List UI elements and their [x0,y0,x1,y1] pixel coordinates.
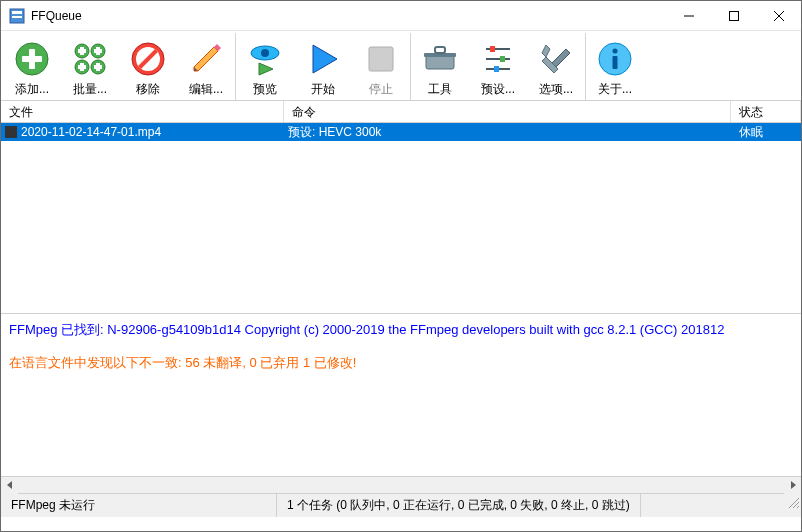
remove-icon [130,41,166,77]
header-file[interactable]: 文件 [1,101,284,122]
preview-icon [247,41,283,77]
tools-button[interactable]: 工具 [411,33,469,100]
remove-button[interactable]: 移除 [119,33,177,100]
window-controls [666,1,801,30]
edit-icon [188,41,224,77]
log-line-ffmpeg: FFMpeg 已找到: N-92906-g54109b1d14 Copyrigh… [9,320,793,341]
svg-rect-44 [613,56,618,69]
svg-rect-39 [500,56,505,62]
app-icon [9,8,25,24]
svg-marker-46 [791,481,796,489]
options-label: 选项... [539,81,573,98]
svg-line-49 [797,506,799,508]
list-item[interactable]: 2020-11-02-14-47-01.mp4 预设: HEVC 300k 休眠 [1,123,801,141]
video-file-icon [5,126,17,138]
svg-rect-2 [12,16,22,18]
batch-button[interactable]: 批量... [61,33,119,100]
svg-rect-21 [94,65,102,69]
log-pane: FFMpeg 已找到: N-92906-g54109b1d14 Copyrigh… [1,313,801,476]
file-name: 2020-11-02-14-47-01.mp4 [21,125,161,139]
toolbar: 添加... 批量... 移除 编辑... 预览 开始 [1,31,801,101]
window-title: FFQueue [31,9,666,23]
scroll-track[interactable] [18,477,784,493]
start-button[interactable]: 开始 [294,33,352,100]
file-status: 休眠 [731,124,801,141]
svg-rect-33 [426,55,454,69]
about-icon [597,41,633,77]
maximize-button[interactable] [711,1,756,30]
column-headers: 文件 命令 状态 [1,101,801,123]
remove-label: 移除 [136,81,160,98]
svg-marker-25 [194,47,218,71]
svg-rect-35 [435,47,445,53]
tools-label: 工具 [428,81,452,98]
presets-button[interactable]: 预设... [469,33,527,100]
svg-rect-1 [12,11,22,14]
stop-label: 停止 [369,81,393,98]
svg-point-29 [261,49,269,57]
svg-rect-15 [94,49,102,53]
svg-rect-18 [78,65,86,69]
status-tasks: 1 个任务 (0 队列中, 0 正在运行, 0 已完成, 0 失败, 0 终止,… [277,494,641,517]
status-bar: FFMpeg 未运行 1 个任务 (0 队列中, 0 正在运行, 0 已完成, … [1,493,801,517]
resize-grip[interactable] [785,494,801,517]
edit-label: 编辑... [189,81,223,98]
stop-button[interactable]: 停止 [352,33,410,100]
svg-point-43 [613,49,618,54]
minimize-button[interactable] [666,1,711,30]
svg-rect-32 [369,47,393,71]
file-list[interactable]: 2020-11-02-14-47-01.mp4 预设: HEVC 300k 休眠 [1,123,801,313]
title-bar: FFQueue [1,1,801,31]
svg-marker-45 [7,481,12,489]
edit-button[interactable]: 编辑... [177,33,235,100]
start-label: 开始 [311,81,335,98]
file-command: 预设: HEVC 300k [284,124,731,141]
add-button[interactable]: 添加... [3,33,61,100]
batch-icon [72,41,108,77]
svg-rect-9 [22,56,42,62]
svg-rect-37 [490,46,495,52]
preview-label: 预览 [253,81,277,98]
tools-icon [422,41,458,77]
log-line-lang: 在语言文件中发现以下不一致: 56 未翻译, 0 已弃用 1 已修改! [9,353,793,374]
status-ffmpeg: FFMpeg 未运行 [1,494,277,517]
batch-label: 批量... [73,81,107,98]
header-status[interactable]: 状态 [731,101,801,122]
maximize-icon [729,11,739,21]
options-button[interactable]: 选项... [527,33,585,100]
preview-button[interactable]: 预览 [236,33,294,100]
svg-rect-12 [78,49,86,53]
svg-rect-41 [494,66,499,72]
scroll-right-arrow[interactable] [784,477,801,494]
horizontal-scrollbar[interactable] [1,476,801,493]
about-label: 关于... [598,81,632,98]
svg-rect-4 [729,11,738,20]
stop-icon [363,41,399,77]
presets-label: 预设... [481,81,515,98]
start-icon [305,41,341,77]
add-icon [14,41,50,77]
svg-marker-31 [313,45,337,73]
scroll-left-arrow[interactable] [1,477,18,494]
header-command[interactable]: 命令 [284,101,731,122]
close-button[interactable] [756,1,801,30]
minimize-icon [684,11,694,21]
about-button[interactable]: 关于... [586,33,644,100]
options-icon [538,41,574,77]
add-label: 添加... [15,81,49,98]
svg-marker-30 [259,63,273,75]
presets-icon [480,41,516,77]
close-icon [774,11,784,21]
